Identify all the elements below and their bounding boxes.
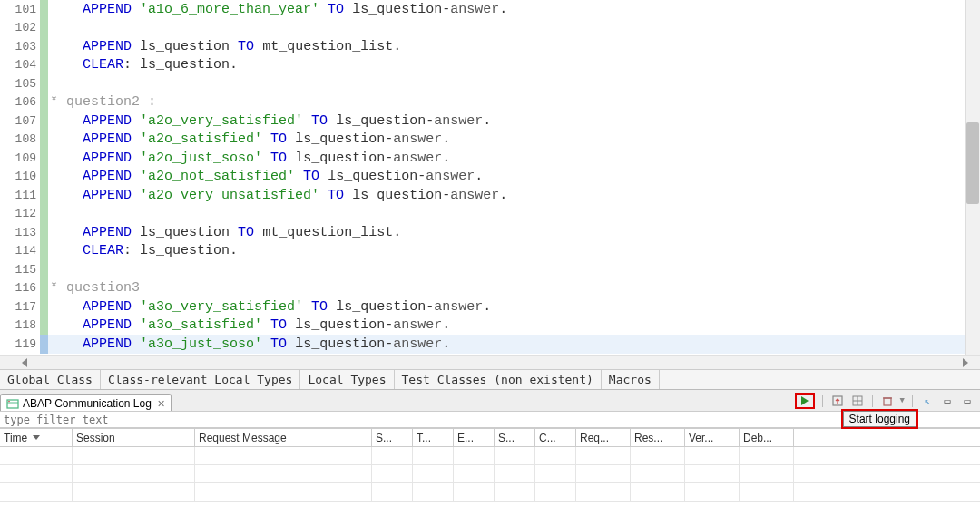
cell <box>413 447 454 464</box>
line-number: 104 <box>0 56 40 75</box>
code-line[interactable]: APPEND 'a2o_just_soso' TO ls_question-an… <box>48 149 980 168</box>
code-line[interactable]: * question3 <box>48 279 980 298</box>
dropdown-arrow-icon[interactable]: ▼ <box>900 396 905 405</box>
change-marker <box>40 205 48 224</box>
code-line[interactable]: * question2 : <box>48 93 980 112</box>
change-marker <box>40 56 48 75</box>
log-body <box>0 447 980 502</box>
col-header[interactable]: S... <box>372 429 413 446</box>
change-marker <box>40 279 48 298</box>
code-line[interactable]: APPEND 'a3o_very_satisfied' TO ls_questi… <box>48 297 980 317</box>
code-line[interactable]: APPEND 'a2o_satisfied' TO ls_question-an… <box>48 131 980 150</box>
table-row <box>0 465 980 483</box>
maximize-button[interactable]: ▭ <box>960 394 975 408</box>
filter-input[interactable] <box>0 412 980 427</box>
vertical-scrollbar[interactable] <box>965 0 980 355</box>
code-body[interactable]: APPEND 'a1o_6_more_than_year' TO ls_ques… <box>48 0 980 355</box>
cell <box>0 447 73 464</box>
col-header[interactable]: Req... <box>576 429 631 446</box>
cell <box>740 483 794 501</box>
code-line[interactable]: APPEND 'a2o_very_unsatisfied' TO ls_ques… <box>48 186 980 205</box>
sort-desc-icon <box>33 435 40 440</box>
minimize-button[interactable]: ▭ <box>940 394 955 408</box>
cell <box>495 447 535 464</box>
col-header[interactable]: C... <box>535 429 576 446</box>
cell <box>0 465 73 482</box>
code-line[interactable]: APPEND 'a3o_satisfied' TO ls_question-an… <box>48 317 980 336</box>
divider <box>822 394 823 407</box>
col-header[interactable]: Session <box>73 429 195 446</box>
tab-macros[interactable]: Macros <box>602 370 660 389</box>
code-line[interactable]: APPEND ls_question TO mt_question_list. <box>48 37 980 56</box>
col-header[interactable]: Deb... <box>740 429 794 446</box>
change-marker <box>40 260 48 279</box>
chevron-right-icon <box>963 358 968 367</box>
line-number: 105 <box>0 74 40 93</box>
line-number: 102 <box>0 19 40 38</box>
col-header[interactable]: Res... <box>631 429 685 446</box>
change-marker <box>40 19 48 38</box>
cell <box>372 447 413 464</box>
change-marker <box>40 186 48 205</box>
col-header[interactable]: Ver... <box>685 429 740 446</box>
export-button[interactable] <box>830 394 845 408</box>
tab-abap-communication-log[interactable]: ABAP Communication Log ✕ <box>0 394 172 412</box>
cell <box>454 483 495 501</box>
svg-rect-7 <box>884 398 891 405</box>
bottom-panel-tabbar: ABAP Communication Log ✕ ▼ ↖ ▭ ▭ <box>0 389 980 411</box>
code-line[interactable]: APPEND 'a2o_not_satisfied' TO ls_questio… <box>48 168 980 187</box>
code-line[interactable]: APPEND 'a2o_very_satisfied' TO ls_questi… <box>48 112 980 131</box>
cell <box>740 447 794 464</box>
cell <box>195 483 372 501</box>
line-number: 112 <box>0 205 40 224</box>
code-line[interactable] <box>48 260 980 279</box>
scroll-left-button[interactable] <box>0 356 48 369</box>
scroll-thumb[interactable] <box>966 122 979 204</box>
cell <box>413 465 454 482</box>
code-editor[interactable]: 1011021031041051061071081091101111121131… <box>0 0 980 355</box>
tab-local-types[interactable]: Local Types <box>300 370 394 389</box>
line-number: 115 <box>0 260 40 279</box>
line-number: 119 <box>0 335 40 354</box>
change-marker <box>40 131 48 150</box>
cell <box>454 447 495 464</box>
tab-test-classes-non-existent-[interactable]: Test Classes (non existent) <box>395 370 602 389</box>
code-line[interactable] <box>48 205 980 224</box>
filter-row: Start logging <box>0 411 980 428</box>
col-header[interactable]: S... <box>495 429 535 446</box>
code-line[interactable] <box>48 74 980 93</box>
change-marker <box>40 223 48 242</box>
code-line[interactable]: APPEND 'a1o_6_more_than_year' TO ls_ques… <box>48 0 980 19</box>
cell <box>685 483 740 501</box>
start-logging-button[interactable] <box>795 393 815 409</box>
delete-button[interactable] <box>880 394 895 408</box>
hscroll-track[interactable] <box>48 356 951 369</box>
cell <box>535 465 576 482</box>
col-header[interactable]: E... <box>454 429 495 446</box>
horizontal-scrollbar[interactable] <box>0 355 980 369</box>
tab-class-relevant-local-types[interactable]: Class-relevant Local Types <box>101 370 301 389</box>
cell <box>740 465 794 482</box>
code-line[interactable]: CLEAR: ls_question. <box>48 56 980 75</box>
refresh-button[interactable]: ↖ <box>920 394 935 408</box>
col-header[interactable]: Request Message <box>195 429 372 446</box>
grid-button[interactable] <box>850 394 865 408</box>
table-row <box>0 447 980 465</box>
change-marker <box>40 0 48 19</box>
panel-tab-label: ABAP Communication Log <box>23 397 152 410</box>
code-line[interactable]: APPEND ls_question TO mt_question_list. <box>48 223 980 242</box>
line-number: 114 <box>0 242 40 261</box>
code-line[interactable]: CLEAR: ls_question. <box>48 242 980 261</box>
col-header[interactable]: Time <box>0 429 73 446</box>
cell <box>195 447 372 464</box>
close-icon[interactable]: ✕ <box>157 398 165 410</box>
col-header[interactable]: T... <box>413 429 454 446</box>
line-number: 106 <box>0 93 40 112</box>
cell <box>685 447 740 464</box>
tab-global-class[interactable]: Global Class <box>0 370 101 389</box>
scroll-right-button[interactable] <box>951 356 980 369</box>
start-logging-tooltip[interactable]: Start logging <box>843 411 916 427</box>
code-line[interactable]: APPEND 'a3o_just_soso' TO ls_question-an… <box>48 335 980 354</box>
code-line[interactable] <box>48 19 980 38</box>
cell <box>685 465 740 482</box>
